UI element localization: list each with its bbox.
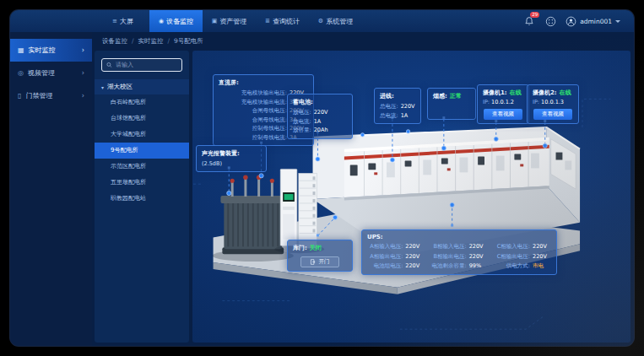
metric-label: 电池组电压: (374, 262, 403, 271)
door-status: 关闭 (310, 244, 322, 252)
battery-rows: 放电压: 220V 放电流: 1A 放容量: 20Ah (293, 108, 347, 135)
chevron-right-icon: › (82, 69, 84, 77)
door-label: 库门: (293, 244, 307, 252)
metric-value: 220V (405, 252, 424, 262)
tree-item[interactable]: 白石岭配电所 (95, 94, 189, 111)
breadcrumb-item[interactable]: 设备监控 (102, 37, 127, 46)
tree-list: 白石岭配电所台球馆配电所大学城配电所9号配电所示范区配电所五里墩配电所职教园配电… (95, 94, 189, 207)
camera1-status: 在线 (510, 89, 522, 97)
body: ▦ 实时监控 › ◎ 视频管理 › ▯ 门禁管理 › (10, 32, 634, 346)
metric-value: 220V (405, 242, 424, 251)
tree-collapse-icon: ▾ (101, 84, 104, 90)
nav-tab[interactable]: ≡ 大屏 (96, 10, 149, 32)
search-input[interactable] (116, 62, 177, 68)
door-open-icon (310, 259, 316, 265)
nav-tab-label: 查询统计 (273, 17, 300, 26)
user-menu[interactable]: admin001 (566, 16, 620, 27)
breadcrumb-item[interactable]: 9号配电所 (164, 37, 203, 46)
camera2-ip: 10.0.1.3 (541, 99, 564, 105)
camera2-ip-label: IP: (533, 99, 539, 105)
incoming-title: 进线: (380, 92, 415, 100)
tree-search (101, 58, 182, 72)
metric-row: A相输入电压: 220V (367, 242, 424, 251)
nav-tab[interactable]: ⚙ 系统管理 (309, 10, 362, 32)
tree-item[interactable]: 示范区配电所 (95, 159, 189, 175)
nav-tab-label: 系统管理 (326, 17, 353, 26)
metric-value: 220V (469, 252, 488, 262)
metric-row: 放容量: 20Ah (293, 126, 347, 135)
view-video-button[interactable]: 查看视频 (484, 109, 522, 120)
sidebar-item[interactable]: ◎ 视频管理 › (10, 62, 92, 84)
metric-label: 充电模块输出电流: (241, 98, 287, 107)
dc-panel-title: 直流屏: (219, 78, 308, 87)
metric-value: 99% (469, 262, 488, 271)
metric-row: 电池组电压: 220V (367, 262, 424, 271)
nav-tab-icon: ≡ (112, 18, 117, 24)
content-row: ▾ 湖大校区 白石岭配电所台球馆配电所大学城配电所9号配电所示范区配电所五里墩配… (92, 51, 634, 346)
sidebar-item-label: 实时监控 (29, 46, 56, 55)
incoming-line-card: 进线: 总电压: 220V 总电流: 1A (374, 88, 421, 124)
metric-label: 充电模块输出电压: (241, 89, 287, 98)
smoke-label: 烟感: (433, 92, 447, 100)
tree-item[interactable]: 五里墩配电所 (95, 175, 189, 191)
tree-item[interactable]: 台球馆配电所 (95, 111, 189, 127)
topbar-actions: 29 admin001 (523, 10, 620, 32)
metric-label: 供电方式: (506, 262, 530, 271)
breadcrumb-item[interactable]: 实时监控 (127, 37, 164, 46)
metric-row: 供电方式: 市电 (495, 262, 551, 271)
tree-item[interactable]: 大学城配电所 (95, 127, 189, 143)
metric-value: 220V (533, 242, 551, 251)
camera2-title: 摄像机2: (533, 89, 557, 97)
sidebar-item-icon: ▦ (18, 46, 24, 54)
sidebar-item-icon: ◎ (18, 69, 24, 77)
metric-value: 220V (469, 242, 488, 251)
ups-grid: A相输入电压: 220V B相输入电压: 220V C相输入电压: 220V (367, 242, 551, 271)
nav-tab[interactable]: ◉ 设备监控 (149, 10, 203, 32)
metric-label: 控制母线电流: (252, 133, 287, 143)
nav-tabs: ≡ 大屏 ◉ 设备监控 ▣ 资产管理 ≣ 查询统计 ⚙ 系统管理 (96, 10, 362, 32)
nav-tab[interactable]: ≣ 查询统计 (256, 10, 309, 32)
door-card: 库门: 关闭 开门 (287, 240, 353, 272)
metric-value: 1A (401, 111, 419, 121)
view-video-button[interactable]: 查看视频 (533, 109, 571, 120)
screen: ≡ 大屏 ◉ 设备监控 ▣ 资产管理 ≣ 查询统计 ⚙ 系统管理 (0, 0, 644, 356)
alarm-value: (2.5dB) (202, 159, 261, 168)
breadcrumb: 设备监控实时监控9号配电所 (92, 32, 634, 51)
metric-label: A相输入电压: (370, 242, 403, 251)
camera1-title: 摄像机1: (483, 89, 507, 97)
fullscreen-button[interactable] (544, 15, 556, 27)
camera1-card: 摄像机1: 在线 IP: 10.0.1.2 查看视频 (477, 84, 529, 124)
smoke-sensor-card: 烟感: 正常 (427, 88, 476, 120)
metric-label: A相输出电压: (370, 252, 403, 262)
nav-tab-icon: ▣ (212, 18, 218, 24)
sidebar-item[interactable]: ▦ 实时监控 › (10, 39, 92, 62)
app-window: ≡ 大屏 ◉ 设备监控 ▣ 资产管理 ≣ 查询统计 ⚙ 系统管理 (10, 10, 634, 346)
smoke-status: 正常 (450, 92, 462, 100)
nav-tab[interactable]: ▣ 资产管理 (203, 10, 256, 32)
search-icon (106, 62, 112, 68)
username-label: admin001 (580, 18, 612, 25)
metric-row: 电池剩余容量: 99% (430, 262, 487, 271)
nav-tab-label: 大屏 (120, 17, 133, 26)
metric-label: B相输入电压: (434, 242, 467, 251)
metric-label: B相输出电压: (434, 252, 467, 262)
fullscreen-icon (545, 16, 556, 27)
alarm-device-card: 声光报警装置: (2.5dB) (196, 145, 267, 172)
tree-root-node[interactable]: ▾ 湖大校区 (95, 79, 189, 94)
sidebar-item-label: 门禁管理 (25, 91, 52, 100)
nav-tab-label: 设备监控 (166, 17, 193, 26)
tree-item[interactable]: 9号配电所 (95, 143, 189, 159)
notification-bell-icon[interactable]: 29 (523, 15, 535, 27)
camera1-ip: 10.0.1.2 (491, 99, 514, 105)
sidebar-item[interactable]: ▯ 门禁管理 › (10, 84, 92, 107)
battery-card: 蓄电池: 放电压: 220V 放电流: 1A (287, 94, 353, 139)
tree-item[interactable]: 职教园配电站 (95, 191, 189, 207)
incoming-rows: 总电压: 220V 总电流: 1A (380, 102, 415, 120)
chevron-down-icon (615, 20, 620, 23)
open-door-button[interactable]: 开门 (300, 256, 339, 267)
metric-value: 20Ah (314, 126, 333, 135)
metric-row: C相输入电压: 220V (495, 242, 551, 251)
sidebar-item-label: 视频管理 (28, 68, 55, 78)
notification-badge: 29 (530, 12, 539, 18)
nav-tab-icon: ⚙ (318, 18, 323, 24)
